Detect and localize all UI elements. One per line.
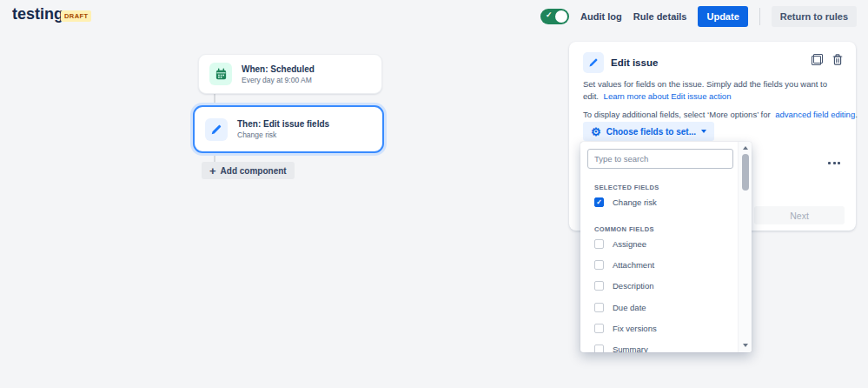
learn-more-link[interactable]: Learn more about Edit issue action: [604, 91, 732, 101]
return-to-rules-button[interactable]: Return to rules: [772, 6, 857, 27]
panel-title: Edit issue: [611, 57, 658, 68]
field-option-assignee[interactable]: Assignee: [594, 237, 646, 250]
selected-fields-header: SELECTED FIELDS: [594, 184, 659, 191]
trigger-card-subtitle: Every day at 9:00 AM: [242, 76, 315, 84]
field-option-description[interactable]: Description: [594, 279, 654, 291]
more-options-icon[interactable]: [828, 162, 840, 164]
toggle-knob: [555, 10, 567, 23]
pencil-icon: [205, 118, 228, 141]
action-card-text: Then: Edit issue fields Change risk: [237, 119, 329, 139]
search-input[interactable]: [587, 149, 733, 169]
action-card-subtitle: Change risk: [237, 130, 329, 139]
plus-icon: [209, 164, 216, 177]
panel-description: Set values for fields on the issue. Simp…: [583, 78, 844, 103]
divider: [759, 8, 760, 25]
choose-fields-label: Choose fields to set...: [606, 127, 696, 137]
field-option-summary[interactable]: Summary: [594, 343, 648, 352]
choose-fields-button[interactable]: Choose fields to set...: [583, 122, 714, 141]
checkbox-icon[interactable]: [594, 345, 604, 353]
field-option-label: Description: [613, 281, 654, 291]
additional-suffix: .: [855, 110, 858, 119]
page-title: testing: [12, 5, 63, 23]
add-component-label: Add component: [221, 166, 287, 176]
update-button[interactable]: Update: [698, 6, 747, 27]
scrollbar-thumb[interactable]: [742, 154, 749, 191]
field-option-attachment[interactable]: Attachment: [594, 258, 654, 271]
checkbox-checked-icon[interactable]: [594, 197, 604, 207]
connector-line: [214, 94, 215, 106]
next-button[interactable]: Next: [754, 206, 845, 224]
action-card-edit-issue[interactable]: Then: Edit issue fields Change risk: [193, 105, 384, 153]
gear-icon: [591, 126, 601, 137]
checkbox-icon[interactable]: [594, 260, 604, 270]
field-option-fix-versions[interactable]: Fix versions: [594, 322, 657, 334]
calendar-icon: [209, 63, 232, 85]
trigger-card-scheduled[interactable]: When: Scheduled Every day at 9:00 AM: [198, 54, 382, 94]
field-option-change-risk[interactable]: Change risk: [594, 196, 657, 208]
add-component-button[interactable]: Add component: [202, 162, 295, 179]
rule-details-link[interactable]: Rule details: [633, 11, 687, 22]
field-option-label: Change risk: [613, 197, 657, 207]
delete-icon[interactable]: [832, 53, 844, 66]
scroll-up-icon[interactable]: [743, 146, 748, 150]
additional-text: To display additional fields, select ‘Mo…: [583, 110, 771, 119]
advanced-field-editing-link[interactable]: advanced field editing: [775, 110, 855, 119]
checkbox-icon[interactable]: [594, 324, 604, 333]
field-option-label: Due date: [613, 303, 646, 312]
checkbox-icon[interactable]: [594, 239, 604, 249]
check-icon: [546, 10, 553, 19]
trigger-card-title: When: Scheduled: [242, 64, 315, 74]
field-option-due-date[interactable]: Due date: [594, 301, 646, 313]
field-option-label: Summary: [613, 345, 648, 353]
status-badge: DRAFT: [61, 10, 91, 22]
panel-actions: [812, 53, 844, 66]
field-option-label: Attachment: [613, 260, 654, 270]
common-fields-header: COMMON FIELDS: [594, 225, 654, 233]
field-option-label: Assignee: [613, 239, 646, 249]
field-option-label: Fix versions: [613, 324, 657, 333]
panel-additional-note: To display additional fields, select ‘Mo…: [583, 109, 844, 121]
checkbox-icon[interactable]: [594, 281, 604, 291]
pencil-icon: [583, 52, 604, 73]
rule-enabled-toggle[interactable]: [540, 9, 569, 24]
audit-log-link[interactable]: Audit log: [580, 11, 622, 22]
duplicate-icon[interactable]: [812, 54, 823, 65]
scrollbar[interactable]: [738, 142, 752, 352]
trigger-card-text: When: Scheduled Every day at 9:00 AM: [242, 64, 315, 84]
action-card-title: Then: Edit issue fields: [237, 119, 329, 129]
automation-rule-builder: testing DRAFT Audit log Rule details Upd…: [0, 0, 868, 388]
header-controls: Audit log Rule details Update Return to …: [540, 6, 857, 27]
checkbox-icon[interactable]: [594, 303, 604, 312]
chevron-down-icon: [701, 130, 706, 133]
scroll-down-icon[interactable]: [743, 344, 748, 347]
fields-dropdown: SELECTED FIELDS Change risk COMMON FIELD…: [580, 142, 752, 352]
